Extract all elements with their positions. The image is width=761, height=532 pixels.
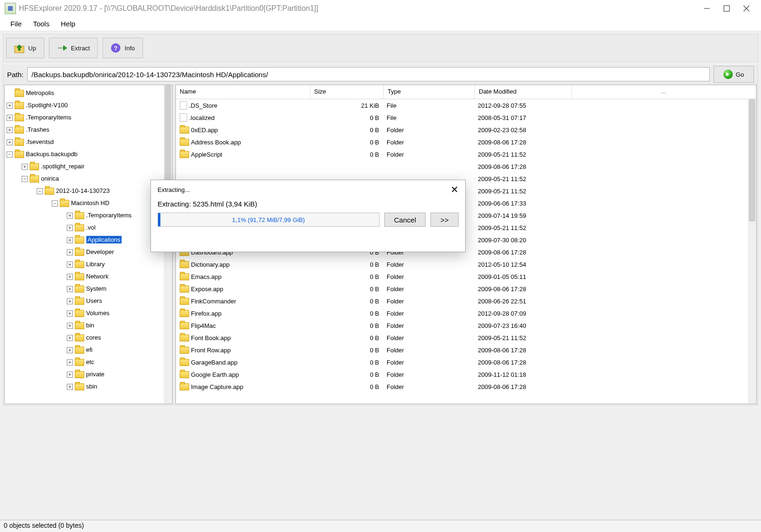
file-row[interactable]: Emacs.app 0 B Folder 2009-01-05 05:11 bbox=[176, 270, 756, 283]
tree-node[interactable]: +System bbox=[7, 283, 172, 295]
expand-toggle[interactable]: − bbox=[52, 200, 58, 206]
expand-toggle[interactable]: + bbox=[67, 249, 73, 255]
expand-toggle[interactable]: + bbox=[67, 225, 73, 231]
up-button[interactable]: Up bbox=[6, 38, 44, 58]
minimize-button[interactable] bbox=[704, 5, 710, 12]
file-type: Folder bbox=[384, 347, 475, 354]
expand-toggle[interactable]: + bbox=[67, 213, 73, 219]
expand-toggle[interactable]: + bbox=[7, 127, 13, 133]
col-type[interactable]: Type bbox=[384, 85, 475, 99]
menu-help[interactable]: Help bbox=[55, 18, 81, 30]
tree-node[interactable]: +.Spotlight-V100 bbox=[7, 99, 172, 111]
tree-node[interactable]: +.TemporaryItems bbox=[7, 111, 172, 124]
folder-icon bbox=[180, 347, 189, 354]
expand-toggle[interactable]: − bbox=[7, 151, 13, 158]
file-row[interactable]: .localized 0 B File 2008-05-31 07:17 bbox=[176, 111, 756, 124]
go-button[interactable]: Go bbox=[713, 66, 754, 83]
expand-toggle[interactable]: + bbox=[67, 347, 73, 353]
expand-toggle[interactable]: + bbox=[67, 286, 73, 292]
tree-node[interactable]: +Applications bbox=[7, 234, 172, 246]
file-row[interactable]: 2009-08-06 17:28 bbox=[176, 160, 756, 173]
tree-node[interactable]: +private bbox=[7, 368, 172, 381]
file-size: 0 B bbox=[310, 347, 384, 354]
expand-toggle[interactable]: + bbox=[7, 139, 13, 145]
expand-toggle[interactable]: + bbox=[67, 323, 73, 329]
expand-toggle[interactable]: + bbox=[22, 164, 28, 170]
expand-toggle[interactable]: + bbox=[67, 262, 73, 268]
expand-toggle[interactable]: + bbox=[67, 335, 73, 341]
col-date[interactable]: Date Modified bbox=[475, 85, 572, 99]
file-row[interactable]: Google Earth.app 0 B Folder 2009-11-12 0… bbox=[176, 368, 756, 381]
tree-node[interactable]: +.TemporaryItems bbox=[7, 209, 172, 222]
col-name[interactable]: Name bbox=[176, 85, 310, 99]
tree-node[interactable]: −Macintosh HD bbox=[7, 197, 172, 209]
tree-node[interactable]: +.Trashes bbox=[7, 124, 172, 136]
tree-node[interactable]: +.vol bbox=[7, 222, 172, 234]
tree-node[interactable]: +efi bbox=[7, 344, 172, 356]
file-row[interactable]: Dictionary.app 0 B Folder 2012-05-10 12:… bbox=[176, 258, 756, 270]
expand-toggle[interactable]: − bbox=[22, 176, 28, 182]
svg-text:?: ? bbox=[114, 45, 118, 52]
file-row[interactable]: 0xED.app 0 B Folder 2009-02-23 02:58 bbox=[176, 124, 756, 136]
file-row[interactable]: Address Book.app 0 B Folder 2009-08-06 1… bbox=[176, 136, 756, 148]
file-row[interactable]: FinkCommander 0 B Folder 2008-06-26 22:5… bbox=[176, 295, 756, 307]
close-button[interactable] bbox=[743, 5, 750, 12]
tree-label: cores bbox=[86, 332, 101, 344]
col-sort[interactable]: ︿ bbox=[572, 85, 756, 99]
extract-button[interactable]: Extract bbox=[49, 38, 98, 58]
file-row[interactable]: Front Row.app 0 B Folder 2009-08-06 17:2… bbox=[176, 344, 756, 356]
file-size: 0 B bbox=[310, 151, 384, 158]
tree-node[interactable]: +Library bbox=[7, 258, 172, 270]
tree-label: private bbox=[86, 368, 104, 381]
file-date: 2012-09-28 07:09 bbox=[475, 310, 572, 317]
file-row[interactable]: Firefox.app 0 B Folder 2012-09-28 07:09 bbox=[176, 307, 756, 319]
tree-node[interactable]: +sbin bbox=[7, 381, 172, 393]
file-name: GarageBand.app bbox=[191, 359, 238, 366]
expand-toggle[interactable]: + bbox=[67, 237, 73, 243]
file-row[interactable]: Font Book.app 0 B Folder 2009-05-21 11:5… bbox=[176, 332, 756, 344]
expand-toggle[interactable]: + bbox=[67, 310, 73, 317]
expand-toggle[interactable]: + bbox=[7, 115, 13, 121]
expand-toggle[interactable]: − bbox=[37, 188, 43, 194]
col-size[interactable]: Size bbox=[310, 85, 384, 99]
tree-pane[interactable]: Metropolis+.Spotlight-V100+.TemporaryIte… bbox=[4, 85, 173, 404]
path-input[interactable] bbox=[27, 67, 710, 81]
file-row[interactable]: AppleScript 0 B Folder 2009-05-21 11:52 bbox=[176, 148, 756, 160]
expand-toggle[interactable]: + bbox=[67, 274, 73, 280]
folder-icon bbox=[30, 175, 39, 183]
more-button[interactable]: >> bbox=[430, 213, 459, 227]
file-row[interactable]: Expose.app 0 B Folder 2009-08-06 17:28 bbox=[176, 283, 756, 295]
file-date: 2009-08-06 17:28 bbox=[475, 163, 572, 170]
file-row[interactable]: Flip4Mac 0 B Folder 2009-07-23 16:40 bbox=[176, 319, 756, 332]
expand-toggle[interactable]: + bbox=[67, 384, 73, 390]
expand-toggle[interactable]: + bbox=[67, 359, 73, 365]
expand-toggle[interactable]: + bbox=[7, 103, 13, 109]
tree-node[interactable]: −onirica bbox=[7, 173, 172, 185]
tree-node[interactable]: −Backups.backupdb bbox=[7, 148, 172, 160]
dialog-close-button[interactable]: ✕ bbox=[451, 184, 459, 195]
file-row[interactable]: .DS_Store 21 KiB File 2012-09-28 07:55 bbox=[176, 99, 756, 111]
menu-tools[interactable]: Tools bbox=[27, 18, 55, 30]
file-name: Dictionary.app bbox=[191, 261, 230, 268]
file-row[interactable]: GarageBand.app 0 B Folder 2009-08-06 17:… bbox=[176, 356, 756, 368]
tree-node[interactable]: +etc bbox=[7, 356, 172, 368]
file-row[interactable]: Image Capture.app 0 B Folder 2009-08-06 … bbox=[176, 381, 756, 393]
tree-node[interactable]: +cores bbox=[7, 332, 172, 344]
tree-node[interactable]: +Users bbox=[7, 295, 172, 307]
tree-node[interactable]: +bin bbox=[7, 319, 172, 332]
info-button[interactable]: ? Info bbox=[103, 38, 143, 58]
cancel-button[interactable]: Cancel bbox=[384, 213, 426, 227]
file-scrollbar[interactable] bbox=[748, 99, 756, 404]
expand-toggle[interactable]: + bbox=[67, 298, 73, 304]
tree-node[interactable]: Metropolis bbox=[7, 87, 172, 99]
menu-file[interactable]: File bbox=[5, 18, 27, 30]
tree-node[interactable]: +Volumes bbox=[7, 307, 172, 319]
tree-node[interactable]: +.fseventsd bbox=[7, 136, 172, 148]
tree-node[interactable]: +Network bbox=[7, 270, 172, 283]
file-size: 0 B bbox=[310, 273, 384, 280]
expand-toggle[interactable]: + bbox=[67, 372, 73, 378]
maximize-button[interactable] bbox=[723, 5, 730, 12]
tree-node[interactable]: +.spotlight_repair bbox=[7, 160, 172, 173]
tree-node[interactable]: −2012-10-14-130723 bbox=[7, 185, 172, 197]
tree-node[interactable]: +Developer bbox=[7, 246, 172, 258]
